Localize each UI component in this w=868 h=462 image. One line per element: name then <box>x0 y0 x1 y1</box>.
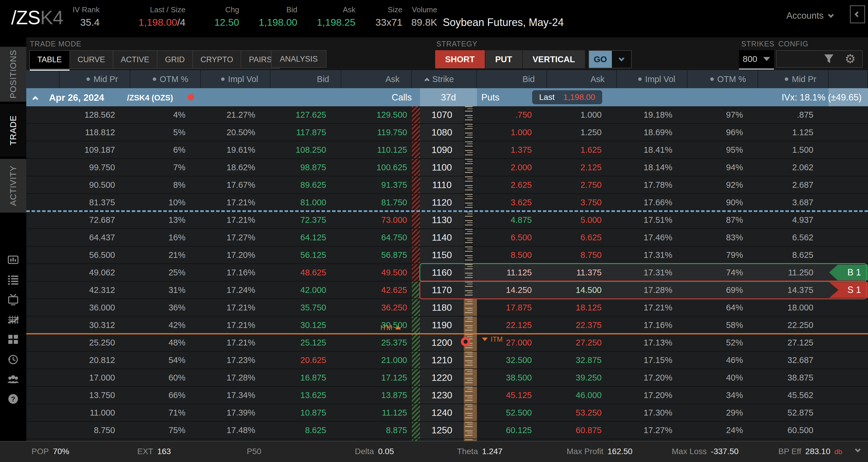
call-ask[interactable]: 64.750 <box>341 229 412 246</box>
strike-price[interactable]: 1230 <box>420 387 464 404</box>
table-row[interactable]: 56.500 21% 17.20% 56.125 56.875 1150 8.5… <box>26 246 868 264</box>
order-badge-buy[interactable]: B 1 <box>829 265 868 280</box>
call-ask[interactable]: 81.750 <box>341 194 412 211</box>
call-ask[interactable]: 25.375 <box>341 334 412 351</box>
put-bid[interactable]: 14.250 <box>477 281 547 299</box>
call-ask[interactable]: 73.000 <box>341 211 412 228</box>
filter-icon[interactable] <box>823 53 835 65</box>
strike-price[interactable]: 1070 <box>420 106 464 123</box>
watchlist-icon[interactable] <box>7 273 20 286</box>
call-bid[interactable]: 42.000 <box>271 281 341 299</box>
table-row[interactable]: 36.000 36% 17.21% 35.750 36.250 1180 17.… <box>26 299 868 316</box>
table-row[interactable]: 20.812 54% 17.23% 20.625 21.000 1210 32.… <box>26 351 868 369</box>
put-ask[interactable]: 3.750 <box>547 194 617 211</box>
call-ask[interactable]: 100.625 <box>341 159 412 176</box>
put-bid[interactable]: 11.125 <box>477 264 547 281</box>
strike-price[interactable]: 1120 <box>420 194 464 211</box>
put-bid[interactable]: 1.375 <box>477 141 547 158</box>
help-icon[interactable]: ? <box>7 393 20 405</box>
put-ask[interactable]: 1.250 <box>547 124 617 141</box>
call-ask[interactable]: 49.500 <box>341 264 412 281</box>
put-bid[interactable]: 45.125 <box>477 387 547 404</box>
call-bid[interactable]: 56.125 <box>271 246 341 264</box>
table-row[interactable]: 72.687 13% 17.21% 72.375 73.000 1130 4.8… <box>26 211 868 229</box>
put-ask[interactable]: 22.375 <box>547 316 617 334</box>
dashboard-icon[interactable] <box>7 333 20 346</box>
call-bid[interactable]: 10.875 <box>271 404 341 421</box>
put-header-spacer[interactable] <box>829 70 868 88</box>
sidebar-tab-trade[interactable]: TRADE <box>0 102 26 157</box>
table-row[interactable]: 17.000 60% 17.28% 16.875 17.125 1220 38.… <box>26 369 868 387</box>
chart-icon[interactable] <box>7 313 20 326</box>
put-ask[interactable]: 5.000 <box>547 211 617 228</box>
tab-active[interactable]: ACTIVE <box>113 51 158 68</box>
call-ask[interactable]: 30.500 <box>341 316 412 334</box>
order-badge-sell[interactable]: S 1 <box>829 282 868 298</box>
put-header-ask[interactable]: Ask <box>547 70 617 88</box>
table-row[interactable]: 8.750 75% 17.48% 8.625 8.875 1250 60.125… <box>26 422 868 439</box>
call-ask[interactable]: 56.875 <box>341 246 412 264</box>
put-bid[interactable]: 2.625 <box>477 176 547 193</box>
put-ask[interactable]: 14.500 <box>547 281 617 299</box>
chevron-down-icon[interactable] <box>855 446 861 452</box>
call-ask[interactable]: 11.125 <box>341 404 412 421</box>
strikes-dropdown[interactable]: 800 <box>739 50 774 68</box>
collapse-expiration-icon[interactable] <box>33 95 37 102</box>
call-bid[interactable]: 81.000 <box>271 194 341 211</box>
call-header-bid[interactable]: Bid <box>271 70 341 88</box>
call-header-ask[interactable]: Ask <box>341 70 412 88</box>
put-ask[interactable]: 53.250 <box>547 404 617 421</box>
call-bid[interactable]: 13.625 <box>271 387 341 404</box>
put-ask[interactable]: 1.625 <box>547 141 617 158</box>
history-icon[interactable] <box>7 353 20 366</box>
strike-price[interactable]: 1090 <box>420 141 464 158</box>
put-ask[interactable]: 6.625 <box>547 229 617 246</box>
put-header-otm[interactable]: OTM % <box>687 70 758 88</box>
call-ask[interactable]: 119.750 <box>341 124 412 141</box>
call-bid[interactable]: 30.125 <box>271 316 341 334</box>
call-bid[interactable]: 48.625 <box>271 264 341 281</box>
strategy-dropdown-button[interactable] <box>612 51 631 68</box>
put-ask[interactable]: 27.250 <box>547 334 617 351</box>
strike-price[interactable]: 1140 <box>420 229 464 246</box>
call-bid[interactable]: 64.125 <box>271 229 341 246</box>
call-bid[interactable]: 35.750 <box>271 299 341 316</box>
put-ask[interactable]: 18.125 <box>547 299 617 316</box>
table-row[interactable]: 118.812 5% 20.50% 117.875 119.750 1080 1… <box>26 124 868 141</box>
put-bid[interactable]: 32.500 <box>477 351 547 369</box>
call-bid[interactable]: 117.875 <box>271 124 341 141</box>
strike-price[interactable]: 1130 <box>420 211 464 228</box>
expiration-bar[interactable]: Apr 26, 2024 /ZSK4 (OZS) Calls 37d Puts … <box>26 88 868 106</box>
call-bid[interactable]: 98.875 <box>271 159 341 176</box>
call-ask[interactable]: 36.250 <box>341 299 412 316</box>
put-bid[interactable]: 38.500 <box>477 369 547 386</box>
table-row[interactable]: 11.000 71% 17.39% 10.875 11.125 1240 52.… <box>26 404 868 422</box>
strike-price[interactable]: 1210 <box>420 351 464 369</box>
put-bid[interactable]: 8.500 <box>477 246 547 264</box>
strategy-short-button[interactable]: SHORT <box>435 50 486 68</box>
put-ask[interactable]: 60.875 <box>547 422 617 439</box>
call-ask[interactable]: 8.875 <box>341 422 412 439</box>
put-ask[interactable]: 39.250 <box>547 369 617 386</box>
call-header-midpr[interactable]: Mid Pr <box>60 70 130 88</box>
call-ask[interactable]: 42.625 <box>341 281 412 299</box>
strike-price[interactable]: 1250 <box>420 422 464 439</box>
call-bid[interactable]: 16.875 <box>271 369 341 386</box>
put-ask[interactable]: 8.750 <box>547 246 617 264</box>
strike-price[interactable]: 1180 <box>420 299 464 316</box>
call-ask[interactable]: 17.125 <box>341 369 412 386</box>
put-header-implvol[interactable]: Impl Vol <box>617 70 687 88</box>
call-bid[interactable]: 72.375 <box>271 211 341 228</box>
put-ask[interactable]: 2.750 <box>547 176 617 193</box>
call-bid[interactable]: 20.625 <box>271 351 341 369</box>
put-bid[interactable]: 52.500 <box>477 404 547 421</box>
collapse-panel-button[interactable] <box>850 5 865 23</box>
strike-price[interactable]: 1200 <box>420 334 464 351</box>
strike-price[interactable]: 1150 <box>420 246 464 264</box>
put-ask[interactable]: 32.875 <box>547 351 617 369</box>
strike-price[interactable]: 1170 <box>420 281 464 299</box>
strike-price[interactable]: 1240 <box>420 404 464 421</box>
strike-price[interactable]: 1080 <box>420 124 464 141</box>
strategy-put-button[interactable]: PUT <box>486 50 523 68</box>
social-icon[interactable] <box>7 373 20 386</box>
